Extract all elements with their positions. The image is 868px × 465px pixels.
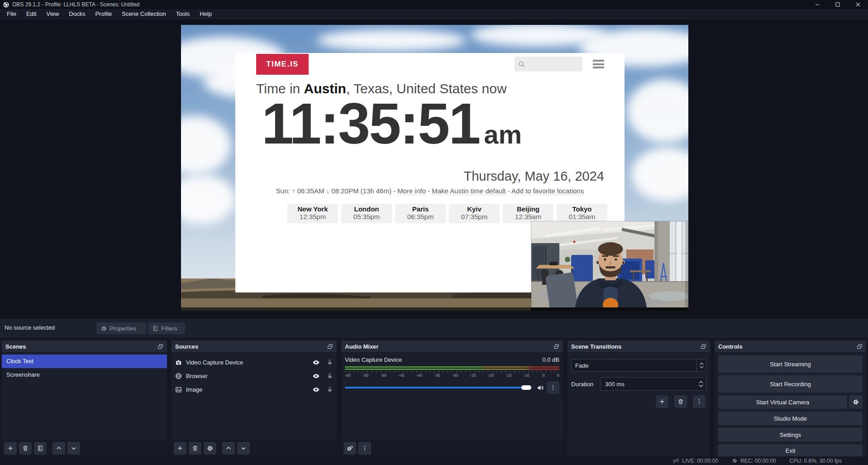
volume-meter-left <box>345 366 559 368</box>
add-scene-button[interactable] <box>4 442 17 455</box>
digital-clock: 11:35:51 am <box>262 92 522 156</box>
transition-select-arrows[interactable] <box>696 360 706 371</box>
menu-edit[interactable]: Edit <box>21 9 41 19</box>
remove-source-button[interactable] <box>189 442 201 455</box>
popout-icon[interactable] <box>701 344 706 350</box>
settings-button[interactable]: Settings <box>718 428 863 441</box>
mixer-options-button[interactable] <box>358 442 371 455</box>
lock-open-icon[interactable] <box>327 386 333 393</box>
preview-canvas[interactable]: TIME.IS Time in Austin, Texas, United St… <box>181 25 688 311</box>
duration-spinner-arrows[interactable] <box>699 380 706 388</box>
speaker-icon[interactable] <box>537 384 544 392</box>
duration-value: 300 ms <box>601 381 699 388</box>
chevron-down-icon <box>699 384 703 388</box>
source-label: Video Capture Device <box>186 359 243 366</box>
filters-button[interactable]: Filters <box>148 322 185 334</box>
visibility-eye-icon[interactable] <box>312 359 320 366</box>
popout-icon[interactable] <box>157 344 163 350</box>
filters-icon <box>37 445 43 451</box>
source-label: Image <box>186 386 202 393</box>
record-inactive-icon <box>732 458 738 464</box>
webcam-source[interactable] <box>531 221 688 311</box>
clock-time: 11:35:51 <box>262 92 479 156</box>
source-item-browser[interactable]: Browser <box>172 369 337 383</box>
start-streaming-button[interactable]: Start Streaming <box>718 355 863 373</box>
city-box: Paris 06:35pm <box>395 204 446 223</box>
start-recording-button[interactable]: Start Recording <box>718 375 863 393</box>
city-name: Beijing <box>503 205 553 213</box>
mixer-channel-name: Video Capture Device <box>345 356 402 363</box>
volume-slider[interactable] <box>345 387 527 388</box>
visibility-eye-icon[interactable] <box>312 386 320 393</box>
date-line: Thursday, May 16, 2024 <box>463 169 604 184</box>
add-source-button[interactable] <box>174 442 186 455</box>
scene-item-screenshare[interactable]: Screenshare <box>2 368 167 382</box>
tick-label: -40 <box>416 373 422 378</box>
volume-meter-right <box>345 369 559 370</box>
chevron-down-icon <box>240 445 247 451</box>
transition-options-button[interactable] <box>693 395 706 408</box>
move-scene-down-button[interactable] <box>67 442 80 455</box>
menu-tools[interactable]: Tools <box>171 9 195 19</box>
maximize-button[interactable] <box>827 0 848 9</box>
cloud <box>317 29 466 51</box>
rec-status: REC: 00:00:00 <box>732 458 776 464</box>
city-box: London 05:35pm <box>341 204 392 223</box>
audio-mixer-panel: Audio Mixer Video Capture Device 0.0 dB … <box>341 340 563 456</box>
plus-icon <box>177 445 183 451</box>
exit-button[interactable]: Exit <box>718 444 863 457</box>
lock-open-icon[interactable] <box>327 373 333 379</box>
clock-meridiem: am <box>484 119 522 149</box>
timeis-logo: TIME.IS <box>256 54 309 75</box>
add-transition-button[interactable] <box>656 395 668 408</box>
menu-help[interactable]: Help <box>195 9 217 19</box>
mixer-level-value: 0.0 dB <box>542 356 559 363</box>
duration-input[interactable]: 300 ms <box>600 377 706 391</box>
tick-label: -20 <box>488 373 494 378</box>
chevron-down-icon <box>71 445 77 451</box>
volume-slider-handle[interactable] <box>521 385 531 390</box>
visibility-eye-icon[interactable] <box>312 372 320 380</box>
menu-scene-collection[interactable]: Scene Collection <box>117 9 171 19</box>
scene-item-clock-test[interactable]: Clock Test <box>2 355 167 368</box>
popout-icon[interactable] <box>553 344 559 350</box>
source-item-image[interactable]: Image <box>172 383 337 396</box>
transitions-header: Scene Transitions <box>568 340 710 353</box>
transition-select[interactable]: Fade <box>571 359 706 372</box>
remove-scene-button[interactable] <box>19 442 32 455</box>
minimize-button[interactable] <box>807 0 827 9</box>
move-source-up-button[interactable] <box>222 442 235 455</box>
sun-info-line: Sun: ↑ 06:35AM ↓ 08:20PM (13h 46m) - Mor… <box>235 187 625 195</box>
cpu-fps-status: CPU: 0.6%, 30.00 fps <box>790 458 842 464</box>
menu-profile[interactable]: Profile <box>90 9 117 19</box>
start-virtual-camera-button[interactable]: Start Virtual Camera <box>718 395 847 409</box>
properties-button[interactable]: Properties <box>96 322 146 334</box>
chevron-up-icon <box>699 380 703 384</box>
cloud <box>631 147 688 201</box>
menu-file[interactable]: File <box>2 9 21 19</box>
popout-icon[interactable] <box>327 344 333 350</box>
close-button[interactable] <box>848 0 868 9</box>
webcam-video <box>531 221 688 311</box>
separator: - <box>506 187 512 195</box>
plus-icon <box>7 445 14 451</box>
cloud <box>181 115 231 174</box>
mixer-channel-options-button[interactable] <box>547 381 559 394</box>
move-source-down-button[interactable] <box>237 442 250 455</box>
menu-view[interactable]: View <box>41 9 64 19</box>
studio-mode-button[interactable]: Studio Mode <box>718 412 863 425</box>
city-box: New York 12:35pm <box>287 204 338 223</box>
source-label: Browser <box>186 373 208 379</box>
double-gear-icon <box>347 445 353 452</box>
source-properties-button[interactable] <box>204 442 216 455</box>
scene-filters-button[interactable] <box>34 442 47 455</box>
sources-toolbar <box>172 440 337 456</box>
menu-docks[interactable]: Docks <box>64 9 90 19</box>
remove-transition-button[interactable] <box>674 395 687 408</box>
move-scene-up-button[interactable] <box>52 442 65 455</box>
lock-open-icon[interactable] <box>327 359 333 365</box>
source-item-video-capture[interactable]: Video Capture Device <box>172 355 337 369</box>
popout-icon[interactable] <box>857 344 863 350</box>
advanced-audio-button[interactable] <box>343 442 356 455</box>
virtual-camera-config-button[interactable] <box>849 395 863 409</box>
